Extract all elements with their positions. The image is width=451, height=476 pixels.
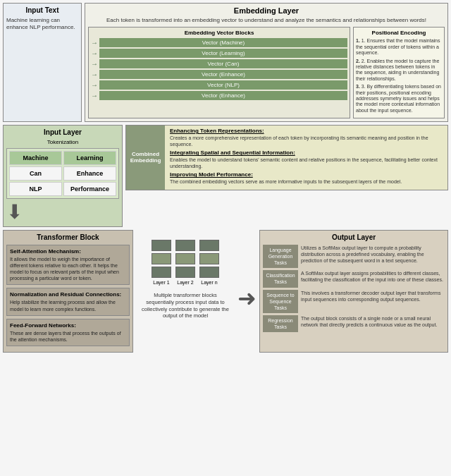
normalization-title: Normalization and Residual Connections: xyxy=(10,291,126,298)
layer-rect xyxy=(152,240,171,251)
section-text: The combined embedding vectors serve as … xyxy=(170,178,445,185)
arrow-icon: → xyxy=(91,39,98,47)
vector-blocks-title: Embedding Vector Blocks xyxy=(91,30,347,36)
output-section-seq2seq: Sequence to Sequence Tasks This involves… xyxy=(263,290,445,313)
normalization-text: Help stabilize the learning process and … xyxy=(10,299,126,312)
arrow-icon: → xyxy=(91,71,98,78)
list-item: → Vector (Can) xyxy=(91,59,347,68)
output-section-language: Language Generation Tasks Utilizes a Sof… xyxy=(263,245,445,268)
token-cell: NLP xyxy=(9,182,62,196)
vector-label: Vector (Learning) xyxy=(99,49,347,58)
seq2seq-text: This involves a transformer decoder outp… xyxy=(301,290,445,303)
layer-rect xyxy=(152,267,171,278)
layer-2-label: Layer 2 xyxy=(177,280,193,285)
list-item: → Vector (Enhance) xyxy=(91,70,347,79)
token-cell: Performance xyxy=(63,182,116,196)
list-item: → Vector (Learning) xyxy=(91,49,347,58)
output-section-classification: Classification Tasks A SoftMax output la… xyxy=(263,270,445,287)
tokenization-label: Tokenization xyxy=(6,139,119,145)
transformer-title: Transformer Block xyxy=(6,233,130,241)
combined-content: Enhancing Token Representations: Creates… xyxy=(168,126,447,189)
vector-label: Vector (Enhance) xyxy=(99,91,347,100)
layer-rect xyxy=(152,253,171,264)
list-item: → Vector (NLP) xyxy=(91,80,347,90)
positional-item-2: 2. 2. Enables the model to capture the r… xyxy=(356,59,442,83)
arrow-icon: → xyxy=(91,81,98,89)
input-text-box: Input Text Machine learning can enhance … xyxy=(3,3,82,122)
output-layer: Output Layer Language Generation Tasks U… xyxy=(259,230,448,353)
layer-rect xyxy=(199,240,219,251)
list-item: → Vector (Machine) xyxy=(91,38,347,47)
arrow-icon: → xyxy=(91,60,98,68)
list-item: Enhancing Token Representations: Creates… xyxy=(170,128,445,147)
layers-diagram: Layer 1 Layer 2 Layer n xyxy=(152,240,219,285)
main-container: Input Text Machine learning can enhance … xyxy=(0,0,451,355)
token-cell: Machine xyxy=(9,151,62,165)
combined-section: Combined Embedding Enhancing Token Repre… xyxy=(125,125,448,227)
regression-label: Regression Tasks xyxy=(263,315,298,332)
section-text: Enables the model to understand tokens' … xyxy=(170,157,445,169)
layers-middle: Layer 1 Layer 2 Layer n Multiple transfo… xyxy=(136,230,235,353)
list-item: Improving Model Performance: The combine… xyxy=(170,171,445,185)
positional-encoding: Positional Encoding 1. 1. Ensures that t… xyxy=(353,27,445,118)
positional-title: Positional Encoding xyxy=(356,30,442,36)
section-title: Improving Model Performance: xyxy=(170,171,445,178)
arrow-icon: → xyxy=(91,92,98,99)
positional-item-3: 3. 3. By differentiating tokens based on… xyxy=(356,84,442,114)
down-arrow-icon: ⬇ xyxy=(6,200,119,224)
classification-text: A SoftMax output layer assigns probabili… xyxy=(301,270,445,283)
regression-text: The output block consists of a single no… xyxy=(301,315,445,328)
embedding-layer-box: Embedding Layer Each token is transforme… xyxy=(85,3,448,122)
combined-label: Combined Embedding xyxy=(126,126,165,189)
feedforward-title: Feed-Forward Networks: xyxy=(10,322,126,329)
list-item: Integrating Spatial and Sequential Infor… xyxy=(170,149,445,169)
self-attention-title: Self-Attention Mechanism: xyxy=(10,248,126,255)
vector-label: Vector (Enhance) xyxy=(99,70,347,79)
transformer-section-2: Normalization and Residual Connections: … xyxy=(6,288,130,315)
vector-label: Vector (Can) xyxy=(99,59,347,68)
input-text-title: Input Text xyxy=(6,6,78,14)
layer-rect xyxy=(175,267,195,278)
section-text: Creates a more comprehensive representat… xyxy=(170,135,445,147)
embedding-content: Embedding Vector Blocks → Vector (Machin… xyxy=(88,27,445,118)
layer-n-label: Layer n xyxy=(201,280,217,285)
input-text-desc: Machine learning can enhance NLP perform… xyxy=(6,17,78,32)
list-item: → Vector (Enhance) xyxy=(91,91,347,100)
transformer-section-3: Feed-Forward Networks: These are dense l… xyxy=(6,319,130,346)
positional-item-1: 1. 1. Ensures that the model maintains t… xyxy=(356,38,442,56)
vector-blocks: Embedding Vector Blocks → Vector (Machin… xyxy=(88,27,350,118)
language-gen-text: Utilizes a SoftMax output layer to compu… xyxy=(301,245,445,264)
transformer-block: Transformer Block Self-Attention Mechani… xyxy=(3,230,133,353)
bottom-section: Transformer Block Self-Attention Mechani… xyxy=(3,230,448,353)
input-layer-title: Input Layer xyxy=(6,128,119,136)
transformer-section-1: Self-Attention Mechanism: It allows the … xyxy=(6,245,130,285)
seq2seq-label: Sequence to Sequence Tasks xyxy=(263,290,298,313)
token-cell: Can xyxy=(9,166,62,181)
vector-label: Vector (NLP) xyxy=(99,80,347,90)
embedding-title: Embedding Layer xyxy=(88,6,445,15)
layer-rect xyxy=(175,253,195,264)
layer-1-block: Layer 1 xyxy=(152,240,171,285)
middle-section: Input Layer Tokenization Machine Learnin… xyxy=(3,125,448,227)
layer-rect xyxy=(199,267,219,278)
self-attention-text: It allows the model to weigh the importa… xyxy=(10,256,126,281)
combined-embedding-box: Combined Embedding Enhancing Token Repre… xyxy=(125,125,448,190)
arrow-icon: → xyxy=(91,49,98,57)
output-title: Output Layer xyxy=(263,233,445,241)
output-section-regression: Regression Tasks The output block consis… xyxy=(263,315,445,332)
classification-label: Classification Tasks xyxy=(263,270,298,287)
top-section: Input Text Machine learning can enhance … xyxy=(3,3,448,122)
language-gen-label: Language Generation Tasks xyxy=(263,245,298,268)
layer-2-block: Layer 2 xyxy=(175,240,195,285)
token-cell: Learning xyxy=(63,151,116,165)
token-grid: Machine Learning Can Enhance NLP Perform… xyxy=(6,148,119,199)
feedforward-text: These are dense layers that process the … xyxy=(10,330,126,343)
embedding-desc: Each token is transformed into an embedd… xyxy=(88,17,445,24)
right-arrow-icon: ➜ xyxy=(237,285,257,312)
vector-label: Vector (Machine) xyxy=(99,38,347,47)
section-title: Integrating Spatial and Sequential Infor… xyxy=(170,149,445,156)
layer-n-block: Layer n xyxy=(199,240,219,285)
layers-description: Multiple transformer blocks sequentially… xyxy=(139,291,232,321)
input-layer-box: Input Layer Tokenization Machine Learnin… xyxy=(3,125,123,227)
layer-1-label: Layer 1 xyxy=(153,280,169,285)
